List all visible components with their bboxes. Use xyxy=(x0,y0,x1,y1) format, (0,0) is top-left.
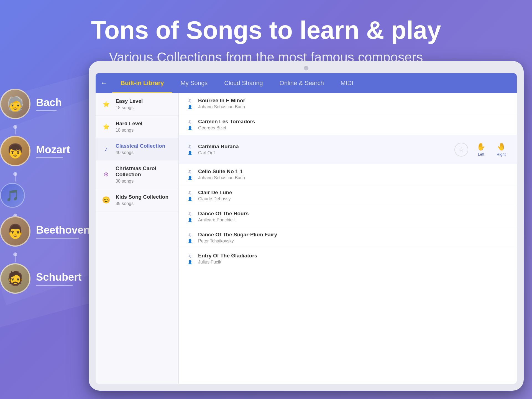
song-composer-carmina: Carl Orff xyxy=(198,150,454,155)
collection-icon-easy: ⭐ xyxy=(101,99,111,109)
collection-count-easy: 18 songs xyxy=(116,105,173,110)
song-info-dance-hours: Dance Of The Hours Amilcare Ponchielli xyxy=(198,211,511,222)
collection-count-kids: 39 songs xyxy=(116,201,173,206)
collection-name-classical: Classical Collection xyxy=(116,143,173,149)
user-icon: 👤 xyxy=(188,218,192,222)
song-item-cello[interactable]: ♫ 👤 Cello Suite No 1 1 Johann Sebastian … xyxy=(179,164,517,185)
collection-christmas[interactable]: ❄ Christmas Carol Collection 30 songs xyxy=(96,160,178,189)
music-note-icon: ♫ xyxy=(188,119,192,125)
song-composer-clair: Claude Debussy xyxy=(198,196,511,201)
song-title-clair: Clair De Lune xyxy=(198,190,511,196)
composer-name-beethoven: Beethoven xyxy=(36,224,90,239)
connector-line-1 xyxy=(15,126,16,134)
music-note-icon: ♫ xyxy=(188,232,192,238)
composer-avatar-schubert: 🧔 xyxy=(0,263,30,294)
song-composer-bourree: Johann Sebastian Bach xyxy=(198,104,511,109)
tablet-screen: ← Built-in Library My Songs Cloud Sharin… xyxy=(96,73,517,384)
music-note-icon: ♫ xyxy=(188,253,192,259)
song-title-gladiators: Entry Of The Gladiators xyxy=(198,253,511,259)
collection-count-hard: 18 songs xyxy=(116,128,173,133)
song-item-gladiators[interactable]: ♫ 👤 Entry Of The Gladiators Julius Fucik xyxy=(179,248,517,269)
composer-beethoven: 👨 Beethoven xyxy=(0,216,89,247)
song-icons-carmina: ♫ 👤 xyxy=(184,144,195,155)
music-note-icon: ♫ xyxy=(188,144,192,150)
composer-avatar-mozart: 👦 xyxy=(0,136,30,166)
collection-count-christmas: 30 songs xyxy=(116,179,173,184)
left-label: Left xyxy=(478,152,484,157)
collection-icon-hard: ⭐ xyxy=(101,122,111,132)
music-note-icon: ♫ xyxy=(188,169,192,175)
right-hand-icon: 🤚 xyxy=(497,142,506,151)
song-item-carmen[interactable]: ♫ 👤 Carmen Les Toreadors Georges Bizet xyxy=(179,114,517,135)
collection-kids[interactable]: 😊 Kids Song Collection 39 songs xyxy=(96,189,178,211)
tablet-camera xyxy=(304,66,308,70)
music-note-icon: ♫ xyxy=(188,98,192,104)
collection-info-hard: Hard Level 18 songs xyxy=(116,121,173,133)
song-item-carmina[interactable]: ♫ 👤 Carmina Burana Carl Orff ☆ ✋ Left xyxy=(179,135,517,164)
connector-line-4 xyxy=(15,254,16,262)
user-icon: 👤 xyxy=(188,151,192,155)
tablet-frame: ← Built-in Library My Songs Cloud Sharin… xyxy=(89,61,524,391)
tab-my-songs[interactable]: My Songs xyxy=(172,73,216,93)
connector-line-2 xyxy=(15,173,16,181)
collection-icon-kids: 😊 xyxy=(101,195,111,205)
song-info-bourree: Bourree In E Minor Johann Sebastian Bach xyxy=(198,98,511,109)
song-title-sugar-plum: Dance Of The Sugar-Plum Fairy xyxy=(198,232,511,238)
song-info-sugar-plum: Dance Of The Sugar-Plum Fairy Peter Tcha… xyxy=(198,232,511,244)
right-hand-button[interactable]: 🤚 Right xyxy=(491,140,511,159)
collection-info-easy: Easy Level 18 songs xyxy=(116,98,173,110)
song-composer-gladiators: Julius Fucik xyxy=(198,260,511,265)
composer-mozart: 👦 Mozart xyxy=(0,136,89,166)
song-actions-carmina: ☆ ✋ Left 🤚 Right xyxy=(454,140,511,159)
collection-name-hard: Hard Level xyxy=(116,121,173,127)
song-title-cello: Cello Suite No 1 1 xyxy=(198,168,511,175)
favorite-button[interactable]: ☆ xyxy=(454,143,468,157)
composer-name-mozart: Mozart xyxy=(36,144,70,158)
user-icon: 👤 xyxy=(188,260,192,264)
composer-name-schubert: Schubert xyxy=(36,271,82,286)
music-icon-circle: 🎵 xyxy=(0,183,25,208)
collection-info-christmas: Christmas Carol Collection 30 songs xyxy=(116,165,173,184)
song-composer-cello: Johann Sebastian Bach xyxy=(198,175,511,180)
tab-built-in-library[interactable]: Built-in Library xyxy=(112,73,172,93)
collections-panel: ⭐ Easy Level 18 songs ⭐ Hard Level 18 so… xyxy=(96,93,179,384)
song-icons-carmen: ♫ 👤 xyxy=(184,119,195,130)
collection-hard-level[interactable]: ⭐ Hard Level 18 songs xyxy=(96,116,178,138)
song-icons-sugar-plum: ♫ 👤 xyxy=(184,232,195,243)
song-title-carmina: Carmina Burana xyxy=(198,144,454,150)
collection-info-classical: Classical Collection 40 songs xyxy=(116,143,173,155)
tab-midi[interactable]: MIDI xyxy=(332,73,362,93)
song-info-gladiators: Entry Of The Gladiators Julius Fucik xyxy=(198,253,511,265)
collection-classical[interactable]: ♪ Classical Collection 40 songs xyxy=(96,138,178,160)
user-icon: 👤 xyxy=(188,105,192,109)
music-note-icon: ♫ xyxy=(188,190,192,196)
user-icon: 👤 xyxy=(188,197,192,201)
composers-sidebar: 🧓 Bach 👦 Mozart 🎵 👨 Beethoven 🧔 xyxy=(0,89,89,310)
nav-back-button[interactable]: ← xyxy=(96,73,112,93)
music-icon-item: 🎵 xyxy=(0,183,89,208)
left-hand-icon: ✋ xyxy=(477,142,485,151)
user-icon: 👤 xyxy=(188,126,192,130)
user-icon: 👤 xyxy=(188,176,192,180)
header: Tons of Songs to learn & play Various Co… xyxy=(0,0,532,65)
collection-easy-level[interactable]: ⭐ Easy Level 18 songs xyxy=(96,93,178,116)
song-composer-sugar-plum: Peter Tchaikovsky xyxy=(198,239,511,244)
composer-avatar-beethoven: 👨 xyxy=(0,216,30,247)
song-item-clair[interactable]: ♫ 👤 Clair De Lune Claude Debussy xyxy=(179,185,517,206)
song-info-cello: Cello Suite No 1 1 Johann Sebastian Bach xyxy=(198,168,511,180)
song-title-bourree: Bourree In E Minor xyxy=(198,98,511,104)
app-content: ⭐ Easy Level 18 songs ⭐ Hard Level 18 so… xyxy=(96,93,517,384)
song-item-dance-hours[interactable]: ♫ 👤 Dance Of The Hours Amilcare Ponchiel… xyxy=(179,206,517,227)
right-label: Right xyxy=(497,152,506,157)
song-composer-carmen: Georges Bizet xyxy=(198,126,511,131)
user-icon: 👤 xyxy=(188,239,192,243)
song-info-clair: Clair De Lune Claude Debussy xyxy=(198,190,511,201)
song-icons-bourree: ♫ 👤 xyxy=(184,98,195,109)
song-icons-clair: ♫ 👤 xyxy=(184,190,195,201)
left-hand-button[interactable]: ✋ Left xyxy=(471,140,491,159)
tab-cloud-sharing[interactable]: Cloud Sharing xyxy=(216,73,271,93)
song-item-sugar-plum[interactable]: ♫ 👤 Dance Of The Sugar-Plum Fairy Peter … xyxy=(179,227,517,248)
song-item-bourree[interactable]: ♫ 👤 Bourree In E Minor Johann Sebastian … xyxy=(179,93,517,114)
tab-online-search[interactable]: Online & Search xyxy=(271,73,332,93)
song-info-carmen: Carmen Les Toreadors Georges Bizet xyxy=(198,119,511,131)
